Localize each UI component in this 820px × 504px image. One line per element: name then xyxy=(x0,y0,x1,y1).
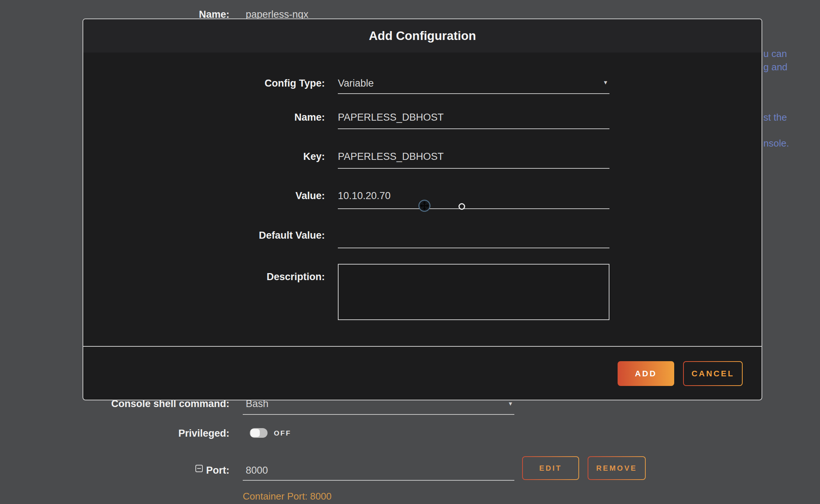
add-button[interactable]: ADD xyxy=(618,361,674,386)
value-label: Value: xyxy=(83,190,325,202)
key-underline xyxy=(338,168,609,169)
default-value-label: Default Value: xyxy=(83,230,325,241)
config-type-label: Config Type: xyxy=(83,78,325,89)
port-input[interactable]: 8000 xyxy=(246,465,268,476)
privileged-label: Privileged: xyxy=(0,428,229,439)
circle-cursor-icon xyxy=(458,203,465,210)
name-input[interactable]: PAPERLESS_DBHOST xyxy=(338,112,444,123)
key-input[interactable]: PAPERLESS_DBHOST xyxy=(338,151,444,162)
description-label: Description: xyxy=(83,271,325,283)
footer-divider xyxy=(83,346,762,347)
remove-button[interactable]: REMOVE xyxy=(588,456,646,480)
bg-help-text-fragment: g and xyxy=(763,61,787,73)
container-port-note: Container Port: 8000 xyxy=(243,491,332,502)
config-type-select[interactable]: Variable xyxy=(338,78,374,89)
name-underline xyxy=(338,128,609,129)
edit-button[interactable]: EDIT xyxy=(522,456,579,480)
privileged-state: OFF xyxy=(274,429,291,437)
value-input[interactable]: 10.10.20.70 xyxy=(338,190,391,202)
toggle-knob-icon xyxy=(251,429,260,437)
dropdown-arrow-icon[interactable]: ▼ xyxy=(603,79,608,85)
value-underline xyxy=(338,208,609,209)
config-type-underline xyxy=(338,93,609,94)
bg-help-text-fragment: nsole. xyxy=(763,138,789,149)
console-shell-underline xyxy=(243,414,514,415)
port-underline xyxy=(243,480,514,481)
key-label: Key: xyxy=(83,151,325,162)
bg-help-text-fragment: u can xyxy=(763,48,787,60)
bg-help-text-fragment: st the xyxy=(763,112,787,123)
move-cursor-icon xyxy=(418,199,431,214)
description-textarea[interactable] xyxy=(338,264,609,320)
port-label: Port: xyxy=(0,465,229,476)
dialog-header: Add Configuration xyxy=(83,19,762,53)
default-value-underline xyxy=(338,248,609,248)
privileged-toggle[interactable] xyxy=(250,428,268,438)
screen: Name: paperless-ngx u can g and st the n… xyxy=(0,0,820,504)
dialog-title: Add Configuration xyxy=(83,19,762,53)
dropdown-arrow-icon[interactable]: ▼ xyxy=(508,400,513,407)
cancel-button[interactable]: CANCEL xyxy=(683,361,743,386)
name-label: Name: xyxy=(83,112,325,123)
